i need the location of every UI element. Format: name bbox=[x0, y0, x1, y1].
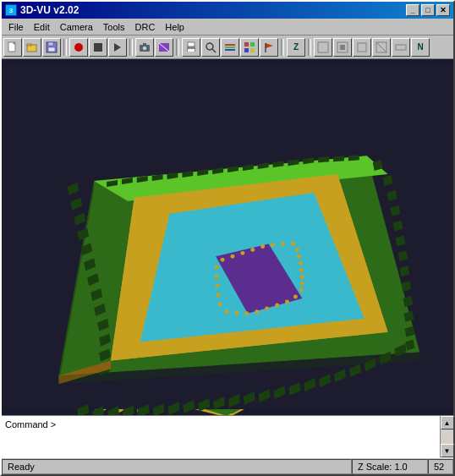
svg-point-201 bbox=[225, 309, 229, 314]
tb-flag-btn[interactable] bbox=[260, 38, 278, 57]
command-input-area[interactable] bbox=[56, 418, 450, 456]
tb-record-btn[interactable] bbox=[69, 38, 88, 57]
minimize-button[interactable]: _ bbox=[406, 4, 419, 16]
svg-rect-24 bbox=[244, 48, 249, 52]
menu-file[interactable]: File bbox=[3, 20, 29, 34]
svg-rect-7 bbox=[94, 43, 102, 52]
chip-scene bbox=[2, 59, 453, 415]
svg-point-193 bbox=[299, 288, 304, 293]
tb-new-btn[interactable] bbox=[3, 38, 22, 57]
svg-point-11 bbox=[143, 46, 147, 50]
maximize-button[interactable]: □ bbox=[421, 4, 435, 16]
svg-rect-31 bbox=[358, 43, 366, 52]
tb-layers-btn[interactable] bbox=[221, 38, 239, 57]
close-button[interactable]: ✕ bbox=[436, 4, 450, 16]
status-ready: Ready bbox=[2, 459, 352, 474]
main-window: 3 3D-VU v2.02 _ □ ✕ File Edit Camera Too… bbox=[0, 0, 455, 476]
scroll-track[interactable] bbox=[441, 429, 453, 444]
svg-rect-28 bbox=[318, 42, 328, 52]
title-controls: _ □ ✕ bbox=[406, 4, 450, 16]
svg-rect-10 bbox=[143, 43, 146, 46]
svg-point-199 bbox=[244, 311, 249, 315]
scroll-down-btn[interactable]: ▼ bbox=[441, 444, 454, 457]
tb-play-btn[interactable] bbox=[108, 38, 127, 57]
tb-save-btn[interactable] bbox=[42, 38, 61, 57]
tb-pad4-btn[interactable] bbox=[372, 38, 391, 57]
status-bar: Ready Z Scale: 1.0 52 bbox=[2, 457, 453, 474]
svg-marker-8 bbox=[114, 43, 121, 52]
svg-marker-127 bbox=[348, 155, 359, 161]
svg-point-206 bbox=[215, 265, 219, 270]
status-zscale: Z Scale: 1.0 bbox=[352, 459, 428, 474]
menu-help[interactable]: Help bbox=[160, 20, 189, 34]
tb-sep5 bbox=[308, 39, 311, 56]
svg-point-181 bbox=[240, 251, 244, 255]
svg-point-17 bbox=[206, 43, 213, 50]
menu-tools[interactable]: Tools bbox=[98, 20, 130, 34]
svg-point-187 bbox=[295, 248, 299, 252]
tb-palette-btn[interactable] bbox=[240, 38, 259, 57]
tb-zoom-btn[interactable] bbox=[201, 38, 220, 57]
svg-point-194 bbox=[293, 294, 298, 298]
svg-point-200 bbox=[234, 311, 238, 315]
svg-rect-5 bbox=[48, 47, 55, 52]
svg-point-191 bbox=[300, 275, 304, 279]
viewport[interactable] bbox=[2, 59, 453, 415]
svg-marker-125 bbox=[318, 156, 329, 162]
command-label: Command > bbox=[5, 418, 56, 429]
tb-stop-btn[interactable] bbox=[89, 38, 107, 57]
tb-z-btn[interactable]: Z bbox=[287, 38, 305, 57]
svg-point-196 bbox=[275, 303, 279, 307]
tb-pad5-btn[interactable] bbox=[392, 38, 410, 57]
status-number: 52 bbox=[428, 459, 453, 474]
svg-rect-22 bbox=[244, 42, 249, 47]
tb-pad3-btn[interactable] bbox=[353, 38, 371, 57]
svg-rect-34 bbox=[396, 45, 406, 50]
tb-pad2-btn[interactable] bbox=[333, 38, 352, 57]
svg-marker-26 bbox=[266, 43, 273, 48]
menu-camera[interactable]: Camera bbox=[55, 20, 98, 34]
svg-point-195 bbox=[285, 299, 289, 304]
tb-print-btn[interactable] bbox=[182, 38, 200, 57]
tb-render-btn[interactable] bbox=[155, 38, 173, 57]
tb-pad1-btn[interactable] bbox=[314, 38, 332, 57]
toolbar: Z N bbox=[2, 36, 453, 59]
command-bar: Command > ▲ ▼ bbox=[2, 415, 453, 457]
svg-rect-30 bbox=[340, 45, 345, 50]
tb-sep3 bbox=[176, 39, 179, 56]
svg-point-6 bbox=[74, 43, 83, 52]
chip-svg bbox=[2, 59, 453, 415]
tb-cam-btn[interactable] bbox=[135, 38, 154, 57]
svg-point-204 bbox=[216, 284, 220, 288]
command-scrollbar: ▲ ▼ bbox=[440, 416, 453, 457]
svg-rect-19 bbox=[225, 44, 235, 46]
svg-marker-126 bbox=[333, 156, 344, 161]
scroll-up-btn[interactable]: ▲ bbox=[441, 416, 454, 429]
svg-point-198 bbox=[255, 309, 259, 314]
svg-point-188 bbox=[297, 254, 301, 259]
svg-point-183 bbox=[260, 244, 265, 249]
svg-point-179 bbox=[221, 258, 225, 262]
svg-rect-20 bbox=[225, 47, 235, 48]
svg-rect-16 bbox=[188, 49, 195, 52]
svg-point-197 bbox=[265, 306, 269, 310]
svg-point-203 bbox=[217, 293, 221, 298]
svg-rect-21 bbox=[225, 49, 235, 51]
tb-sep1 bbox=[63, 39, 67, 56]
svg-point-185 bbox=[281, 242, 285, 246]
svg-rect-15 bbox=[188, 42, 195, 47]
svg-point-184 bbox=[271, 243, 275, 247]
title-bar-left: 3 3D-VU v2.02 bbox=[5, 4, 79, 16]
tb-sep4 bbox=[281, 39, 284, 56]
menu-bar: File Edit Camera Tools DRC Help bbox=[2, 19, 453, 36]
svg-rect-23 bbox=[250, 42, 255, 47]
svg-point-205 bbox=[215, 275, 219, 279]
tb-open-btn[interactable] bbox=[23, 38, 41, 57]
svg-point-202 bbox=[218, 302, 222, 306]
title-bar: 3 3D-VU v2.02 _ □ ✕ bbox=[2, 2, 453, 19]
menu-edit[interactable]: Edit bbox=[29, 20, 55, 34]
tb-n-btn[interactable]: N bbox=[411, 38, 430, 57]
svg-rect-4 bbox=[48, 42, 53, 46]
svg-point-186 bbox=[291, 242, 295, 246]
menu-drc[interactable]: DRC bbox=[130, 20, 161, 34]
